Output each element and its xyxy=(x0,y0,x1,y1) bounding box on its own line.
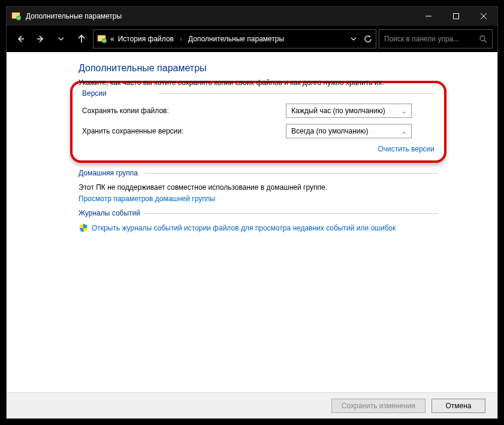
window: Дополнительные параметры xyxy=(6,6,498,419)
breadcrumb-part-1[interactable]: История файлов xyxy=(118,35,174,43)
svg-rect-3 xyxy=(454,14,459,19)
svg-point-1 xyxy=(16,16,21,20)
bottom-bar: Сохранить изменения Отмена xyxy=(7,392,497,418)
cancel-button[interactable]: Отмена xyxy=(431,399,485,413)
address-bar[interactable]: « История файлов › Дополнительные параме… xyxy=(93,29,376,48)
forward-button[interactable] xyxy=(32,30,50,48)
keep-versions-select[interactable]: Всегда (по умолчанию) ⌄ xyxy=(286,124,412,138)
chevron-down-icon: ⌄ xyxy=(402,128,406,135)
chevron-down-icon[interactable] xyxy=(351,36,357,42)
cleanup-versions-link[interactable]: Очистить версии xyxy=(378,145,434,153)
breadcrumb-separator: › xyxy=(177,35,185,43)
homegroup-text: Этот ПК не поддерживает совместное испол… xyxy=(79,183,438,192)
keep-versions-label: Хранить сохраненные версии: xyxy=(82,127,286,135)
window-controls xyxy=(415,7,497,26)
refresh-icon[interactable] xyxy=(364,35,372,43)
versions-header: Версии xyxy=(82,89,434,98)
search-box[interactable] xyxy=(379,29,493,48)
recent-dropdown[interactable] xyxy=(52,30,70,48)
content-area: Дополнительные параметры Укажите, как ча… xyxy=(7,52,497,392)
svg-point-11 xyxy=(480,36,485,41)
breadcrumb-prefix: « xyxy=(110,35,114,43)
svg-line-12 xyxy=(484,40,487,42)
close-button[interactable] xyxy=(470,7,497,26)
search-input[interactable] xyxy=(384,35,479,43)
save-copies-select[interactable]: Каждый час (по умолчанию) ⌄ xyxy=(286,104,412,118)
keep-versions-value: Всегда (по умолчанию) xyxy=(291,127,369,135)
breadcrumb-part-2[interactable]: Дополнительные параметры xyxy=(188,35,284,43)
window-title: Дополнительные параметры xyxy=(26,12,415,20)
back-button[interactable] xyxy=(11,30,29,48)
folder-icon xyxy=(97,34,107,44)
versions-highlight: Версии Сохранять копии файлов: Каждый ча… xyxy=(70,81,446,163)
page-title: Дополнительные параметры xyxy=(79,63,438,74)
journals-section: Журналы событий Открыть журналы событий … xyxy=(79,209,438,233)
minimize-button[interactable] xyxy=(415,7,442,26)
journals-link[interactable]: Открыть журналы событий истории файлов д… xyxy=(92,224,396,232)
chevron-down-icon: ⌄ xyxy=(402,108,406,114)
app-icon xyxy=(11,11,21,21)
save-button[interactable]: Сохранить изменения xyxy=(331,399,425,413)
up-button[interactable] xyxy=(73,30,90,48)
homegroup-header: Домашняя группа xyxy=(79,169,438,177)
svg-point-10 xyxy=(102,38,107,43)
save-copies-label: Сохранять копии файлов: xyxy=(82,107,286,115)
titlebar: Дополнительные параметры xyxy=(7,7,497,26)
maximize-button[interactable] xyxy=(442,7,470,26)
navbar: « История файлов › Дополнительные параме… xyxy=(7,26,497,52)
homegroup-link[interactable]: Просмотр параметров домашней группы xyxy=(79,195,215,203)
search-icon[interactable] xyxy=(479,35,487,43)
homegroup-section: Домашняя группа Этот ПК не поддерживает … xyxy=(79,169,438,203)
shield-icon xyxy=(79,223,88,233)
save-copies-value: Каждый час (по умолчанию) xyxy=(291,107,385,115)
journals-header: Журналы событий xyxy=(79,209,438,217)
